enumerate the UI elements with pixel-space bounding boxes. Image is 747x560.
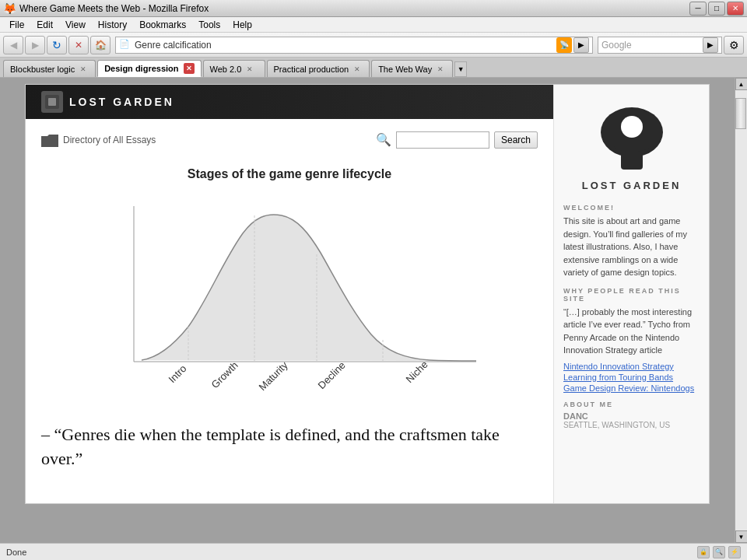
tab-practical-production[interactable]: Practical production ✕: [267, 60, 370, 77]
site-logo-text: LOST GARDEN: [69, 96, 174, 108]
svg-text:Decline: Decline: [316, 359, 348, 391]
directory-link-text: Directory of All Essays: [63, 135, 156, 145]
folder-icon: [41, 133, 58, 147]
maximize-button[interactable]: □: [708, 2, 725, 16]
search-placeholder: Google: [601, 40, 703, 51]
status-text: Done: [6, 548, 26, 557]
quote-block: – “Genres die when the template is defin…: [41, 423, 538, 471]
svg-text:Intro: Intro: [167, 362, 189, 385]
author-name: DANC: [563, 411, 700, 421]
scroll-thumb[interactable]: [735, 98, 746, 129]
browser-search-box[interactable]: Google ▶: [598, 37, 722, 54]
tab-close-icon[interactable]: ✕: [352, 64, 363, 75]
tab-label: The Web Way: [378, 65, 432, 74]
tab-the-web-way[interactable]: The Web Way ✕: [371, 60, 453, 77]
addon-icon: ⚡: [728, 546, 741, 558]
tab-close-button[interactable]: ✕: [184, 63, 195, 74]
logo-icon: [41, 91, 63, 113]
logo-svg: [44, 93, 61, 110]
quote-dash: –: [41, 425, 50, 444]
security-icon: 🔒: [697, 546, 710, 558]
welcome-title: WELCOME!: [563, 204, 700, 212]
title-bar: 🦊 Where Game Meets the Web - Mozilla Fir…: [0, 0, 747, 17]
main-content: LOST GARDEN Directory of All Essays 🔍: [26, 85, 553, 503]
link-touring[interactable]: Learning from Touring Bands: [563, 373, 700, 382]
scroll-track[interactable]: [735, 90, 747, 530]
tab-label: Blockbuster logic: [10, 65, 75, 74]
sidebar: LOST GARDEN WELCOME! This site is about …: [553, 85, 709, 503]
forward-button[interactable]: ▶: [25, 36, 45, 54]
link-nintendo[interactable]: Nintendo Innovation Strategy: [563, 362, 700, 371]
go-button[interactable]: ▶: [573, 37, 589, 53]
quote-text: “Genres die when the template is defined…: [41, 425, 500, 468]
search-icon: 🔍: [376, 132, 391, 148]
menu-edit[interactable]: Edit: [30, 18, 59, 32]
menu-help[interactable]: Help: [226, 18, 258, 32]
address-text[interactable]: Genre calcification: [135, 40, 555, 51]
tabs-scroll-button[interactable]: ▼: [454, 61, 467, 77]
why-quote: “[…] probably the most interesting artic…: [563, 306, 700, 357]
tab-close-icon[interactable]: ✕: [244, 64, 255, 75]
tab-label: Practical production: [274, 65, 349, 74]
chart-svg: Intro Growth Maturity Decline Niche: [87, 191, 492, 411]
page-icon: 📄: [119, 39, 132, 51]
tab-close-icon[interactable]: ✕: [435, 64, 446, 75]
tab-web20[interactable]: Web 2.0 ✕: [203, 60, 265, 77]
svg-point-14: [621, 116, 643, 138]
content-area: LOST GARDEN Directory of All Essays 🔍: [0, 78, 747, 543]
browser-icon: 🦊: [3, 2, 16, 15]
svg-text:Growth: Growth: [209, 359, 240, 390]
sidebar-logo-text: LOST GARDEN: [582, 180, 682, 191]
reload-button[interactable]: ↻: [47, 36, 67, 54]
close-button[interactable]: ✕: [727, 2, 744, 16]
chart-container: Stages of the game genre lifecycle: [87, 167, 492, 411]
page-inner: LOST GARDEN Directory of All Essays 🔍: [25, 84, 710, 504]
menu-history[interactable]: History: [92, 18, 133, 32]
tab-label: Design digression: [104, 64, 178, 73]
feed-icon[interactable]: 📡: [556, 37, 572, 53]
page-nav: Directory of All Essays 🔍 Search: [41, 131, 538, 155]
menu-view[interactable]: View: [59, 18, 92, 32]
why-title: WHY PEOPLE READ THIS SITE: [563, 287, 700, 303]
menu-bar: File Edit View History Bookmarks Tools H…: [0, 17, 747, 33]
link-nintendogs[interactable]: Game Design Review: Nintendogs: [563, 383, 700, 393]
menu-tools[interactable]: Tools: [192, 18, 226, 32]
status-icons: 🔒 🔍 ⚡: [697, 546, 741, 558]
settings-button[interactable]: ⚙: [724, 36, 744, 54]
scroll-up-button[interactable]: ▲: [735, 78, 748, 90]
author-location: SEATTLE, WASHINGTON, US: [563, 421, 700, 429]
svg-text:Niche: Niche: [404, 359, 430, 385]
scroll-down-button[interactable]: ▼: [735, 530, 748, 543]
tabs-bar: Blockbuster logic ✕ Design digression ✕ …: [0, 58, 747, 78]
tab-design-digression[interactable]: Design digression ✕: [97, 60, 201, 77]
directory-link[interactable]: Directory of All Essays: [41, 133, 156, 147]
page-wrapper: LOST GARDEN Directory of All Essays 🔍: [0, 78, 735, 543]
lifecycle-chart: Intro Growth Maturity Decline Niche: [87, 191, 492, 408]
tab-label: Web 2.0: [210, 65, 242, 74]
search-area: 🔍 Search: [376, 131, 538, 149]
zoom-icon[interactable]: 🔍: [713, 546, 725, 558]
home-button[interactable]: 🏠: [90, 36, 110, 54]
tab-close-icon[interactable]: ✕: [78, 64, 89, 75]
stop-button[interactable]: ✕: [68, 36, 89, 54]
back-button[interactable]: ◀: [3, 36, 23, 54]
menu-bookmarks[interactable]: Bookmarks: [133, 18, 192, 32]
site-logo: LOST GARDEN: [41, 91, 174, 113]
menu-file[interactable]: File: [3, 18, 30, 32]
mushroom-icon: [593, 97, 671, 175]
chart-title: Stages of the game genre lifecycle: [87, 167, 492, 181]
svg-rect-1: [48, 98, 56, 106]
browser-search-button[interactable]: ▶: [703, 37, 718, 53]
address-bar[interactable]: 📄 Genre calcification 📡 ▶: [115, 37, 593, 54]
search-input[interactable]: [396, 131, 489, 149]
svg-text:Maturity: Maturity: [257, 359, 291, 393]
minimize-button[interactable]: ─: [689, 2, 707, 16]
tab-blockbuster-logic[interactable]: Blockbuster logic ✕: [3, 60, 96, 77]
status-bar: Done 🔒 🔍 ⚡: [0, 543, 747, 560]
vertical-scrollbar[interactable]: ▲ ▼: [735, 78, 747, 543]
window-controls[interactable]: ─ □ ✕: [689, 2, 744, 16]
sidebar-logo: LOST GARDEN: [563, 97, 700, 191]
about-title: ABOUT ME: [563, 401, 700, 408]
window-title: Where Game Meets the Web - Mozilla Firef…: [19, 3, 689, 14]
search-button[interactable]: Search: [494, 131, 538, 149]
